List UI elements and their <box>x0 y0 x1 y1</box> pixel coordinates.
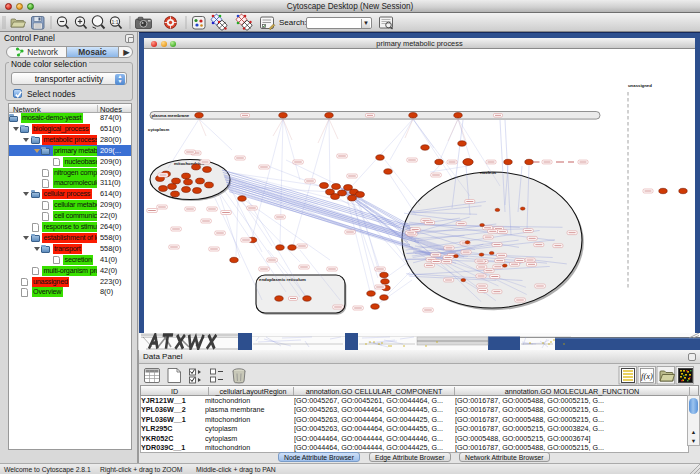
svg-text:endoplasmic reticulum: endoplasmic reticulum <box>259 277 306 282</box>
svg-text:unassigned: unassigned <box>628 83 652 88</box>
svg-text:f(x): f(x) <box>641 371 653 381</box>
svg-text:cytoplasm: cytoplasm <box>148 127 169 132</box>
svg-text:1:1: 1:1 <box>112 19 119 25</box>
svg-text:plasma membrane: plasma membrane <box>152 113 190 118</box>
svg-text:nucleus: nucleus <box>480 170 497 175</box>
